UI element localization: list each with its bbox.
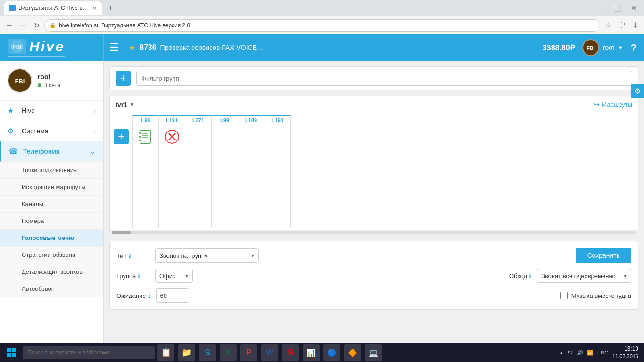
- settings-gear-icon: ⚙: [634, 87, 641, 96]
- taskbar-app-other1[interactable]: 📊: [303, 344, 320, 361]
- form-row-wait: Ожидание ℹ Музыка вместо гудка: [116, 288, 631, 303]
- form-section: Тип ℹ Звонок на группу ▼ Сохранить Групп…: [109, 241, 638, 310]
- ivr-scrollbar[interactable]: [110, 230, 638, 235]
- wait-info-icon[interactable]: ℹ: [148, 292, 150, 299]
- svg-rect-19: [12, 353, 16, 357]
- sidebar-avatar: FBI: [8, 68, 32, 93]
- lang-label: ENG: [597, 350, 609, 355]
- ivr-dropdown-arrow[interactable]: ▼: [129, 101, 135, 108]
- channels-label: Каналы: [22, 200, 43, 207]
- type-info-icon[interactable]: ℹ: [129, 252, 131, 259]
- sidebar-submenu-item-autodialer[interactable]: Автообзвон: [0, 280, 103, 297]
- header-user[interactable]: FBI root ▼: [582, 39, 623, 56]
- bookmark-icon[interactable]: ☆: [603, 19, 613, 32]
- taskbar-app-task[interactable]: 📋: [157, 344, 174, 361]
- group-select-wrapper: Офис ▼: [155, 269, 193, 283]
- taskbar-app-skype[interactable]: S: [199, 344, 216, 361]
- status-dot: [38, 83, 41, 87]
- taskbar-right: ▲ 🛡 🔊 📶 ENG 13:19 11.02.2016: [559, 345, 642, 360]
- filter-input[interactable]: [136, 71, 632, 86]
- address-bar[interactable]: 🔒 hive.iptelefon.su Виртуальная АТС Hive…: [44, 19, 600, 32]
- add-group-btn[interactable]: +: [116, 71, 131, 86]
- add-column-btn[interactable]: +: [114, 129, 129, 144]
- taskbar-app-excel[interactable]: X: [220, 344, 237, 361]
- tab-title: Виртуальная АТС Hive ве...: [18, 5, 89, 11]
- sidebar-submenu-item-voice-menu[interactable]: Голосовые меню: [0, 230, 103, 247]
- save-btn[interactable]: Сохранить: [576, 248, 631, 263]
- col-label-l99: L99: [212, 116, 238, 124]
- sidebar-submenu-item-routes[interactable]: Исходящие маршруты: [0, 179, 103, 196]
- taskbar-app-ppt[interactable]: P: [240, 344, 257, 361]
- routes-label-text: Маршруты: [602, 101, 632, 108]
- right-settings-panel[interactable]: ⚙: [631, 84, 644, 98]
- extension-icon[interactable]: 🛡: [616, 19, 627, 32]
- taskbar-app-word[interactable]: W: [261, 344, 278, 361]
- tab-close-icon[interactable]: ✕: [92, 5, 97, 12]
- bypass-select[interactable]: Звонят все одновременно: [537, 269, 631, 283]
- help-btn[interactable]: ?: [631, 42, 636, 53]
- header-balance: 3388.80₽: [543, 43, 575, 52]
- telephony-nav-icon: ☎: [9, 147, 18, 156]
- header-title: Проверка сервисов FAX-VOICE-...: [160, 44, 265, 51]
- form-row-group: Группа ℹ Офис ▼ Обход ℹ Звонят все однов: [116, 269, 631, 283]
- minimize-icon[interactable]: ─: [595, 3, 608, 13]
- back-btn[interactable]: ←: [4, 19, 15, 32]
- volume-icon[interactable]: 🔊: [577, 350, 583, 356]
- antivirus-icon: 🛡: [568, 350, 573, 355]
- sidebar-username: root: [38, 73, 60, 81]
- download-icon[interactable]: ⬇: [630, 19, 640, 32]
- svg-rect-9: [139, 140, 141, 141]
- app-body: FBI root В сети ★ Hive › ⚙ Система › ☎: [0, 61, 644, 343]
- start-btn[interactable]: [2, 344, 21, 361]
- network-icon[interactable]: 📶: [587, 350, 594, 356]
- wait-label: Ожидание ℹ: [116, 292, 150, 299]
- taskbar-app-yandex[interactable]: Я: [282, 344, 299, 361]
- tab-favicon: 🌐: [9, 5, 16, 11]
- lock-icon: 🔒: [50, 22, 56, 28]
- call-details-label: Детализация звонков: [22, 268, 83, 275]
- routes-link[interactable]: ↪ Маршруты: [594, 100, 632, 109]
- star-icon[interactable]: ★: [128, 42, 136, 53]
- music-checkbox-wrapper: Музыка вместо гудка: [560, 292, 631, 299]
- group-select[interactable]: Офис: [155, 269, 193, 283]
- sidebar-submenu-item-numbers[interactable]: Номера: [0, 213, 103, 230]
- browser-tab[interactable]: 🌐 Виртуальная АТС Hive ве... ✕: [4, 1, 102, 15]
- sidebar-nav-item-hive[interactable]: ★ Hive ›: [0, 101, 103, 121]
- sidebar: FBI root В сети ★ Hive › ⚙ Система › ☎: [0, 61, 104, 343]
- taskbar-app-other2[interactable]: 🔵: [323, 344, 340, 361]
- restore-icon[interactable]: ⬜: [610, 3, 625, 13]
- wait-input[interactable]: [156, 288, 189, 303]
- taskbar-time: 13:19: [612, 345, 638, 353]
- forward-btn[interactable]: →: [18, 19, 29, 32]
- taskbar-app-explorer[interactable]: 📁: [178, 344, 195, 361]
- browser-chrome: 🌐 Виртуальная АТС Hive ве... ✕ + ─ ⬜ ✕: [0, 0, 644, 16]
- hamburger-btn[interactable]: ☰: [104, 40, 124, 56]
- phone-book-item[interactable]: [137, 128, 154, 147]
- new-tab-btn[interactable]: +: [104, 2, 117, 14]
- taskbar-app-other4[interactable]: 💻: [365, 344, 382, 361]
- sidebar-submenu-item-details[interactable]: Детализация звонков: [0, 263, 103, 280]
- music-checkbox[interactable]: [560, 292, 568, 299]
- hive-nav-label: Hive: [22, 107, 93, 115]
- delete-item-l191[interactable]: [164, 128, 181, 147]
- svg-rect-6: [140, 130, 150, 143]
- system-nav-icon: ⚙: [8, 127, 17, 135]
- sidebar-submenu-item-channels[interactable]: Каналы: [0, 196, 103, 213]
- col-label-l98: L98: [133, 116, 158, 124]
- type-select[interactable]: Звонок на группу: [155, 248, 259, 263]
- sidebar-nav-item-system[interactable]: ⚙ Система ›: [0, 121, 103, 141]
- sidebar-nav-item-telephony[interactable]: ☎ Телефония ⌄: [0, 141, 103, 162]
- refresh-btn[interactable]: ↻: [32, 20, 41, 31]
- notification-area[interactable]: ▲: [559, 350, 564, 355]
- bypass-info-icon[interactable]: ℹ: [529, 272, 531, 280]
- taskbar-app-other3[interactable]: 🔶: [344, 344, 361, 361]
- ivr-col-l98: L98: [132, 115, 159, 228]
- sidebar-submenu-item-strategies[interactable]: Стратегии обзвона: [0, 247, 103, 263]
- taskbar-search[interactable]: [23, 346, 155, 359]
- close-icon[interactable]: ✕: [627, 3, 640, 13]
- sidebar-submenu-item-connection[interactable]: Точки подключения: [0, 162, 103, 179]
- hive-nav-arrow: ›: [93, 107, 96, 115]
- group-info-icon[interactable]: ℹ: [138, 272, 140, 280]
- sidebar-user-section: FBI root В сети: [0, 61, 103, 101]
- logo-area: FBI Hive: [0, 34, 104, 61]
